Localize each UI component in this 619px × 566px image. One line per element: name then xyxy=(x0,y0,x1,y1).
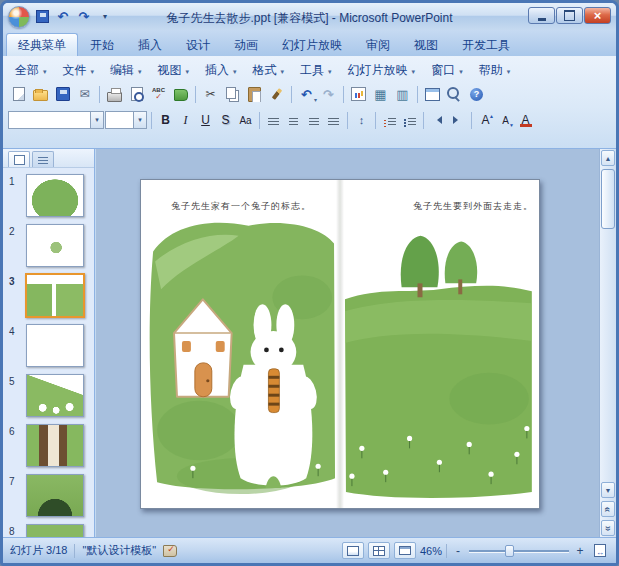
print-icon[interactable] xyxy=(104,84,125,105)
tab-design[interactable]: 设计 xyxy=(174,33,222,56)
scrollbar-thumb[interactable] xyxy=(601,169,615,229)
slide-canvas[interactable]: 兔子先生家有一个兔子的标志。 兔子先生要到外面去走走。 xyxy=(140,179,540,509)
zoom-out-button[interactable]: - xyxy=(451,544,465,558)
change-case-button[interactable]: Aa xyxy=(236,111,255,130)
slide-thumbnail-4[interactable]: 4 xyxy=(3,324,94,369)
format-painter-icon[interactable] xyxy=(266,84,287,105)
previous-slide-icon[interactable] xyxy=(601,501,615,517)
thumbnail-image[interactable] xyxy=(26,374,84,417)
research-icon[interactable] xyxy=(170,84,191,105)
redo-icon[interactable] xyxy=(75,8,93,25)
line-spacing-icon[interactable] xyxy=(352,111,371,130)
menu-item-edit[interactable]: 编辑 xyxy=(102,60,150,81)
slide-thumbnail-1[interactable]: 1 xyxy=(3,174,94,219)
text-shadow-button[interactable]: S xyxy=(216,111,235,130)
thumbnail-image[interactable] xyxy=(26,324,84,367)
zoom-slider-thumb[interactable] xyxy=(505,545,514,557)
underline-button[interactable]: U xyxy=(196,111,215,130)
chevron-down-icon[interactable] xyxy=(133,112,146,128)
menu-item-insert[interactable]: 插入 xyxy=(197,60,245,81)
align-left-icon[interactable] xyxy=(264,111,283,130)
thumbnail-image[interactable] xyxy=(26,474,84,517)
new-window-icon[interactable] xyxy=(422,84,443,105)
scroll-down-icon[interactable] xyxy=(601,482,615,498)
maximize-button[interactable] xyxy=(556,7,583,24)
spelling-status-icon[interactable] xyxy=(163,545,177,557)
tab-view[interactable]: 视图 xyxy=(402,33,450,56)
tab-review[interactable]: 审阅 xyxy=(354,33,402,56)
redo-icon[interactable] xyxy=(318,84,339,105)
tab-developer[interactable]: 开发工具 xyxy=(450,33,522,56)
close-button[interactable] xyxy=(584,7,611,24)
spelling-icon[interactable] xyxy=(148,84,169,105)
grow-font-button[interactable]: A xyxy=(476,111,495,130)
thumbnail-image[interactable] xyxy=(26,424,84,467)
thumbnail-image[interactable] xyxy=(26,224,84,267)
tab-classic-menu[interactable]: 经典菜单 xyxy=(6,33,78,56)
align-center-icon[interactable] xyxy=(284,111,303,130)
open-icon[interactable] xyxy=(30,84,51,105)
menu-item-tools[interactable]: 工具 xyxy=(292,60,340,81)
zoom-level[interactable]: 46% xyxy=(420,545,442,557)
undo-icon[interactable] xyxy=(296,84,317,105)
numbered-list-icon[interactable] xyxy=(380,111,399,130)
new-icon[interactable] xyxy=(8,84,29,105)
customize-quick-access-icon[interactable] xyxy=(96,8,114,25)
undo-icon[interactable] xyxy=(54,8,72,25)
tab-animations[interactable]: 动画 xyxy=(222,33,270,56)
help-icon[interactable] xyxy=(466,84,487,105)
tab-insert[interactable]: 插入 xyxy=(126,33,174,56)
print-preview-icon[interactable] xyxy=(126,84,147,105)
paste-icon[interactable] xyxy=(244,84,265,105)
decrease-indent-icon[interactable] xyxy=(428,111,447,130)
slide-indicator[interactable]: 幻灯片 3/18 xyxy=(10,543,67,558)
zoom-icon[interactable] xyxy=(444,84,465,105)
copy-icon[interactable] xyxy=(222,84,243,105)
slides-tab-icon[interactable] xyxy=(8,151,30,167)
menu-item-window[interactable]: 窗口 xyxy=(423,60,471,81)
font-color-button[interactable]: A xyxy=(516,111,535,130)
slide-thumbnail-2[interactable]: 2 xyxy=(3,224,94,269)
mail-icon[interactable] xyxy=(74,84,95,105)
outline-tab-icon[interactable] xyxy=(32,151,54,167)
insert-columns-icon[interactable] xyxy=(392,84,413,105)
slide-sorter-icon[interactable] xyxy=(368,542,390,559)
italic-button[interactable]: I xyxy=(176,111,195,130)
normal-view-icon[interactable] xyxy=(342,542,364,559)
fit-to-window-icon[interactable] xyxy=(591,543,609,559)
next-slide-icon[interactable] xyxy=(601,520,615,536)
save-icon[interactable] xyxy=(52,84,73,105)
slide-thumbnail-3[interactable]: 3 xyxy=(3,274,94,319)
font-size-combo[interactable] xyxy=(105,111,147,129)
menu-item-file[interactable]: 文件 xyxy=(55,60,103,81)
tab-slideshow[interactable]: 幻灯片放映 xyxy=(270,33,354,56)
thumbnail-image[interactable] xyxy=(25,273,85,318)
vertical-scrollbar[interactable] xyxy=(599,149,616,537)
bold-button[interactable]: B xyxy=(156,111,175,130)
slide-thumbnail-7[interactable]: 7 xyxy=(3,474,94,519)
menu-item-slideshow[interactable]: 幻灯片放映 xyxy=(340,60,424,81)
bulleted-list-icon[interactable] xyxy=(400,111,419,130)
menu-item-view[interactable]: 视图 xyxy=(150,60,198,81)
insert-table-icon[interactable] xyxy=(370,84,391,105)
office-button[interactable] xyxy=(8,6,30,28)
tab-home[interactable]: 开始 xyxy=(78,33,126,56)
slide-thumbnail-8[interactable]: 8 xyxy=(3,524,94,537)
menu-item-format[interactable]: 格式 xyxy=(245,60,293,81)
save-icon[interactable] xyxy=(33,8,51,25)
zoom-in-button[interactable]: + xyxy=(573,544,587,558)
chevron-down-icon[interactable] xyxy=(90,112,103,128)
minimize-button[interactable] xyxy=(528,7,555,24)
thumbnail-image[interactable] xyxy=(26,524,84,537)
zoom-slider-track[interactable] xyxy=(469,550,569,552)
shrink-font-button[interactable]: A xyxy=(496,111,515,130)
thumbnail-image[interactable] xyxy=(26,174,84,217)
zoom-slider[interactable] xyxy=(469,544,569,558)
slide-thumbnail-5[interactable]: 5 xyxy=(3,374,94,419)
cut-icon[interactable] xyxy=(200,84,221,105)
justify-icon[interactable] xyxy=(324,111,343,130)
font-combo[interactable] xyxy=(8,111,104,129)
increase-indent-icon[interactable] xyxy=(448,111,467,130)
insert-chart-icon[interactable] xyxy=(348,84,369,105)
menu-item-help[interactable]: 帮助 xyxy=(471,60,519,81)
